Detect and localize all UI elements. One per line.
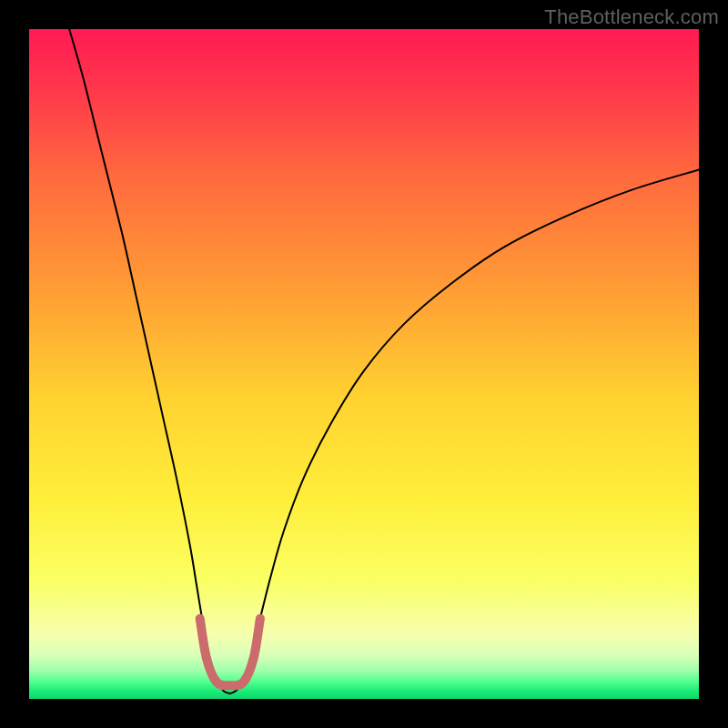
threshold-marker [200,619,260,686]
chart-frame: TheBottleneck.com [0,0,728,728]
curve-right [230,170,699,694]
watermark-label: TheBottleneck.com [544,5,719,29]
curve-left [69,29,230,693]
curve-layer [29,29,699,699]
plot-area [29,29,699,699]
